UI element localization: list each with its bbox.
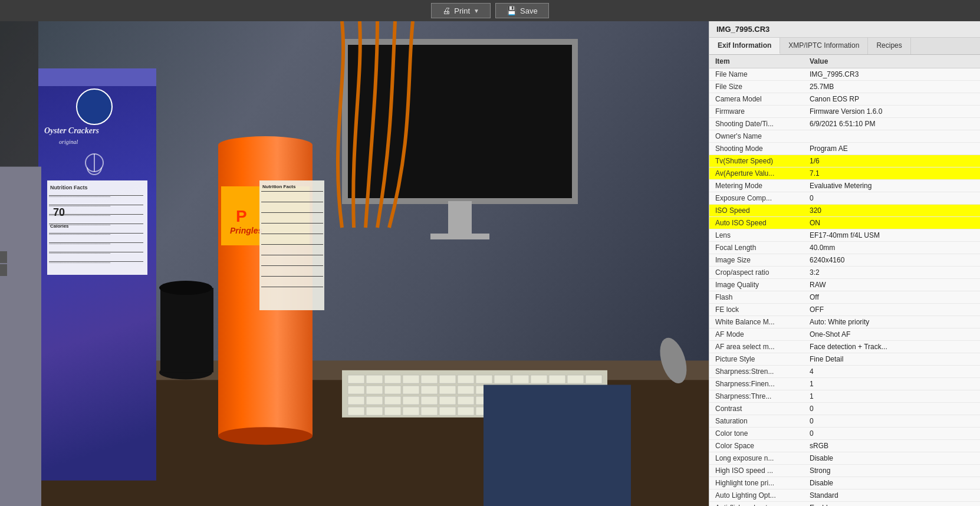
- exif-value: ON: [804, 217, 980, 229]
- exif-item: Focal Length: [709, 242, 804, 254]
- exif-item: High ISO speed ...: [709, 465, 804, 477]
- exif-value: Evaluative Metering: [804, 180, 980, 192]
- exif-value: Standard: [804, 489, 980, 502]
- col-value-header: Value: [804, 55, 980, 68]
- exif-item: File Name: [709, 68, 804, 81]
- table-row: Long exposure n...Disable: [709, 452, 980, 465]
- table-row: FirmwareFirmware Version 1.6.0: [709, 106, 980, 118]
- exif-value: Canon EOS RP: [804, 93, 980, 106]
- table-row: Contrast0: [709, 403, 980, 415]
- exif-value: 1: [804, 378, 980, 390]
- exif-value: Off: [804, 291, 980, 304]
- exif-item: FE lock: [709, 304, 804, 316]
- left-tabs: [0, 251, 7, 276]
- exif-item: Contrast: [709, 403, 804, 415]
- table-row: Camera ModelCanon EOS RP: [709, 93, 980, 106]
- exif-item: Sharpness:Stren...: [709, 366, 804, 378]
- table-row: Shooting Date/Ti...6/9/2021 6:51:10 PM: [709, 118, 980, 130]
- tab-exif[interactable]: Exif Information: [709, 38, 780, 54]
- exif-item: Long exposure n...: [709, 452, 804, 465]
- exif-item: Crop/aspect ratio: [709, 267, 804, 279]
- exif-item: Tv(Shutter Speed): [709, 155, 804, 167]
- exif-item: Camera Model: [709, 93, 804, 106]
- table-row: Sharpness:Thre...1: [709, 390, 980, 403]
- table-row: FE lockOFF: [709, 304, 980, 316]
- table-row: Image QualityRAW: [709, 279, 980, 291]
- table-row: Color SpacesRGB: [709, 440, 980, 452]
- table-row: Sharpness:Finen...1: [709, 378, 980, 390]
- exif-value: 4: [804, 366, 980, 378]
- exif-item: White Balance M...: [709, 316, 804, 328]
- exif-value: 1: [804, 390, 980, 403]
- exif-value: IMG_7995.CR3: [804, 68, 980, 81]
- exif-value: Enable: [804, 502, 980, 507]
- exif-value: Disable: [804, 477, 980, 489]
- exif-value: 0: [804, 192, 980, 205]
- exif-item: Owner's Name: [709, 130, 804, 143]
- table-row: Tv(Shutter Speed)1/6: [709, 155, 980, 167]
- exif-value: 1/6: [804, 155, 980, 167]
- exif-value: sRGB: [804, 440, 980, 452]
- exif-value: 3:2: [804, 267, 980, 279]
- exif-value: [804, 130, 980, 143]
- exif-item: AF area select m...: [709, 341, 804, 353]
- table-row: File NameIMG_7995.CR3: [709, 68, 980, 81]
- exif-item: Sharpness:Finen...: [709, 378, 804, 390]
- filename-text: IMG_7995.CR3: [716, 25, 769, 34]
- image-area: [0, 21, 709, 506]
- exif-value: 7.1: [804, 167, 980, 180]
- exif-value: 25.7MB: [804, 81, 980, 93]
- left-tab-1[interactable]: [0, 251, 7, 263]
- exif-value: Firmware Version 1.6.0: [804, 106, 980, 118]
- exif-value: RAW: [804, 279, 980, 291]
- table-row: Shooting ModeProgram AE: [709, 143, 980, 155]
- exif-value: Program AE: [804, 143, 980, 155]
- tab-recipes[interactable]: Recipes: [868, 38, 910, 54]
- table-row: White Balance M...Auto: White priority: [709, 316, 980, 328]
- table-row: ISO Speed320: [709, 205, 980, 217]
- save-label: Save: [520, 6, 538, 15]
- exif-item: Anti-flicker shoot: [709, 502, 804, 507]
- print-dropdown-arrow: ▼: [473, 8, 479, 14]
- table-row: Metering ModeEvaluative Metering: [709, 180, 980, 192]
- photo-canvas: [0, 21, 709, 506]
- exif-value: 0: [804, 415, 980, 428]
- exif-item: Highlight tone pri...: [709, 477, 804, 489]
- exif-value: 6240x4160: [804, 254, 980, 267]
- exif-item: Exposure Comp...: [709, 192, 804, 205]
- exif-item: Shooting Date/Ti...: [709, 118, 804, 130]
- exif-item: Saturation: [709, 415, 804, 428]
- table-row: Crop/aspect ratio3:2: [709, 267, 980, 279]
- exif-item: ISO Speed: [709, 205, 804, 217]
- exif-value: Face detection + Track...: [804, 341, 980, 353]
- right-panel: IMG_7995.CR3 Exif Information XMP/IPTC I…: [709, 21, 980, 506]
- exif-table: Item Value File NameIMG_7995.CR3File Siz…: [709, 55, 980, 506]
- exif-item: Auto ISO Speed: [709, 217, 804, 229]
- table-row: Saturation0: [709, 415, 980, 428]
- tab-xmp[interactable]: XMP/IPTC Information: [780, 38, 868, 54]
- main-content: IMG_7995.CR3 Exif Information XMP/IPTC I…: [0, 21, 980, 506]
- exif-item: Shooting Mode: [709, 143, 804, 155]
- exif-container[interactable]: Item Value File NameIMG_7995.CR3File Siz…: [709, 55, 980, 506]
- exif-value: Disable: [804, 452, 980, 465]
- exif-value: OFF: [804, 304, 980, 316]
- exif-item: Picture Style: [709, 353, 804, 366]
- exif-value: One-Shot AF: [804, 328, 980, 341]
- exif-header: Item Value: [709, 55, 980, 68]
- table-row: FlashOff: [709, 291, 980, 304]
- table-row: Sharpness:Stren...4: [709, 366, 980, 378]
- save-button[interactable]: 💾 Save: [495, 3, 549, 18]
- exif-item: Sharpness:Thre...: [709, 390, 804, 403]
- table-row: LensEF17-40mm f/4L USM: [709, 229, 980, 242]
- exif-item: AF Mode: [709, 328, 804, 341]
- left-tab-2[interactable]: [0, 264, 7, 276]
- exif-value: Strong: [804, 465, 980, 477]
- exif-item: Flash: [709, 291, 804, 304]
- table-row: High ISO speed ...Strong: [709, 465, 980, 477]
- col-item-header: Item: [709, 55, 804, 68]
- table-row: Focal Length40.0mm: [709, 242, 980, 254]
- table-row: Owner's Name: [709, 130, 980, 143]
- print-button[interactable]: 🖨 Print ▼: [431, 3, 491, 18]
- save-icon: 💾: [507, 6, 517, 15]
- exif-value: Fine Detail: [804, 353, 980, 366]
